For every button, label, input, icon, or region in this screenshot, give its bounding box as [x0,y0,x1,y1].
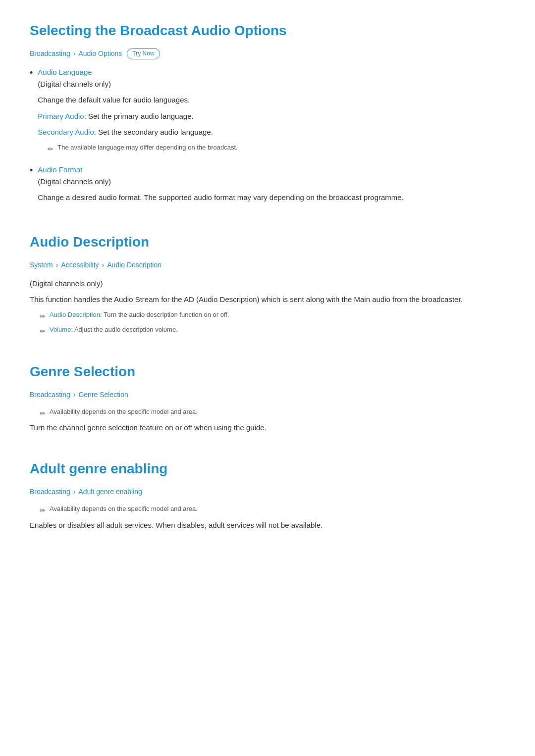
audio-description-note-2: Volume: Adjust the audio description vol… [40,325,505,337]
audio-description-note-1: Audio Description: Turn the audio descri… [40,310,505,322]
audio-description-body: This function handles the Audio Stream f… [30,294,505,306]
breadcrumb-broadcasting-adult[interactable]: Broadcasting [30,486,70,497]
breadcrumb-audio-description-link[interactable]: Audio Description [107,259,161,270]
audio-description-section: Audio Description System › Accessibility… [30,231,505,337]
audio-language-item: • Audio Language (Digital channels only)… [30,66,505,158]
breadcrumb-sep-2: › [56,259,58,270]
audio-language-title: Audio Language [38,66,505,78]
breadcrumb-system[interactable]: System [30,259,53,270]
secondary-audio-line: Secondary Audio: Set the secondary audio… [38,126,505,139]
breadcrumb-accessibility[interactable]: Accessibility [61,259,99,270]
broadcast-audio-title: Selecting the Broadcast Audio Options [30,20,505,42]
primary-audio-line: Primary Audio: Set the primary audio lan… [38,110,505,123]
breadcrumb-sep-4: › [73,389,76,400]
try-now-badge[interactable]: Try Now [127,48,160,59]
genre-availability-note: Availability depends on the specific mod… [40,407,505,419]
breadcrumb-broadcasting[interactable]: Broadcasting [30,48,70,59]
breadcrumb-audio-description: System › Accessibility › Audio Descripti… [30,259,505,270]
audio-description-inline-label[interactable]: Audio Description [50,311,100,318]
audio-format-digital-note: (Digital channels only) [38,176,505,188]
bullet-dot-2: • [30,164,33,177]
breadcrumb-sep-3: › [102,259,105,270]
genre-body: Turn the channel genre selection feature… [30,422,505,434]
primary-audio-text: : Set the primary audio language. [84,112,194,120]
bullet-dot-1: • [30,67,33,79]
adult-body: Enables or disables all adult services. … [30,519,505,532]
audio-language-content: Audio Language (Digital channels only) C… [38,66,505,158]
primary-audio-label[interactable]: Primary Audio [38,112,84,120]
volume-inline-label[interactable]: Volume [50,326,71,333]
audio-language-body: Change the default value for audio langu… [38,94,505,106]
adult-availability-note: Availability depends on the specific mod… [40,504,505,516]
pencil-icon-1 [48,144,54,154]
secondary-audio-label[interactable]: Secondary Audio [38,128,94,136]
genre-availability-note-text: Availability depends on the specific mod… [50,407,198,417]
breadcrumb-adult-genre: Broadcasting › Adult genre enabling [30,486,505,497]
audio-description-title: Audio Description [30,231,505,253]
breadcrumb-sep-5: › [73,486,76,497]
genre-selection-title: Genre Selection [30,361,505,383]
audio-options-list: • Audio Language (Digital channels only)… [30,66,505,207]
pencil-icon-5 [40,505,46,516]
pencil-icon-2 [40,311,46,322]
breadcrumb-adult-genre-link[interactable]: Adult genre enabling [78,486,142,497]
secondary-audio-text: : Set the secondary audio language. [94,128,213,136]
audio-format-title: Audio Format [38,164,505,176]
audio-language-note: The available language may differ depend… [48,143,505,154]
adult-genre-section: Adult genre enabling Broadcasting › Adul… [30,458,505,531]
audio-language-digital-note: (Digital channels only) [38,78,505,90]
genre-selection-section: Genre Selection Broadcasting › Genre Sel… [30,361,505,434]
audio-description-note-text-2: Volume: Adjust the audio description vol… [50,325,178,335]
audio-language-note-text: The available language may differ depend… [57,143,237,153]
audio-format-body: Change a desired audio format. The suppo… [38,192,505,204]
adult-genre-title: Adult genre enabling [30,458,505,480]
broadcast-audio-section: Selecting the Broadcast Audio Options Br… [30,20,505,207]
audio-description-note-text-1: Audio Description: Turn the audio descri… [50,310,229,320]
audio-format-content: Audio Format (Digital channels only) Cha… [38,164,505,208]
pencil-icon-4 [40,408,46,419]
breadcrumb-audio-options-link[interactable]: Audio Options [78,48,122,59]
breadcrumb-genre-selection-link[interactable]: Genre Selection [78,389,128,400]
breadcrumb-broadcasting-genre[interactable]: Broadcasting [30,389,70,400]
audio-format-item: • Audio Format (Digital channels only) C… [30,164,505,208]
breadcrumb-genre-selection: Broadcasting › Genre Selection [30,389,505,400]
breadcrumb-audio-options: Broadcasting › Audio Options Try Now [30,48,505,59]
pencil-icon-3 [40,326,46,337]
audio-description-digital-note: (Digital channels only) [30,278,505,290]
breadcrumb-sep-1: › [73,48,76,59]
adult-availability-note-text: Availability depends on the specific mod… [50,504,198,514]
